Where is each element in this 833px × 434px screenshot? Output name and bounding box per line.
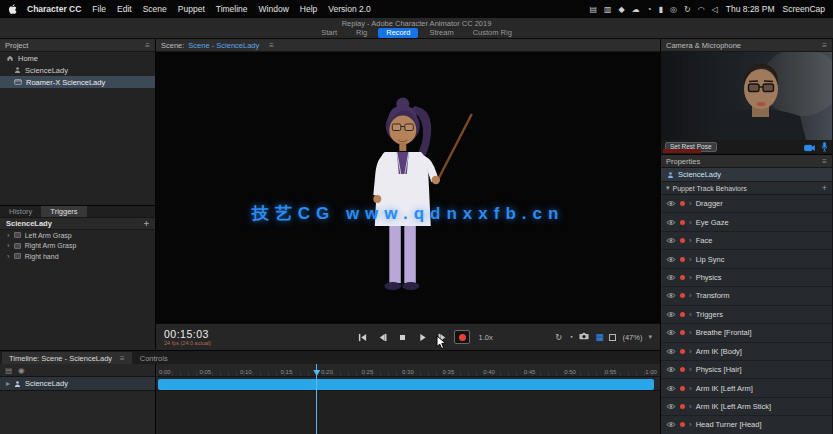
- chevron-right-icon[interactable]: ›: [689, 255, 692, 264]
- menubar-item[interactable]: Version 2.0: [328, 4, 371, 14]
- arm-for-record-icon[interactable]: [680, 220, 685, 225]
- arm-for-record-icon[interactable]: [680, 257, 685, 262]
- stats-icon[interactable]: ◔: [647, 5, 652, 14]
- playback-speed[interactable]: 1.0x: [478, 333, 492, 342]
- dropbox-icon[interactable]: ◆: [619, 5, 625, 14]
- scene-viewport[interactable]: 技艺CG www.qdnxxfb.cn: [156, 52, 660, 323]
- menubar-item[interactable]: File: [92, 4, 106, 14]
- project-item-puppet[interactable]: ScienceLady: [0, 64, 155, 76]
- chevron-right-icon[interactable]: ›: [689, 310, 692, 319]
- audio-tracks-icon[interactable]: ◉: [18, 366, 25, 375]
- behavior-row[interactable]: › Head Turner [Head]: [661, 416, 832, 434]
- chevron-right-icon[interactable]: ›: [689, 365, 692, 374]
- behavior-row[interactable]: › Eye Gaze: [661, 213, 832, 231]
- behavior-row[interactable]: › Dragger: [661, 195, 832, 213]
- eye-icon[interactable]: [666, 219, 676, 226]
- menubar-item[interactable]: Character CC: [27, 4, 81, 14]
- tab-triggers[interactable]: Triggers: [41, 206, 86, 217]
- puppet-track-behaviors-header[interactable]: ▾ Puppet Track Behaviors +: [661, 182, 832, 195]
- chevron-right-icon[interactable]: ›: [689, 328, 692, 337]
- chevron-down-icon[interactable]: ▾: [666, 184, 670, 192]
- snapshot-icon[interactable]: [579, 332, 589, 342]
- arm-for-record-icon[interactable]: [680, 330, 685, 335]
- behavior-row[interactable]: › Physics [Hair]: [661, 361, 832, 379]
- arm-for-record-icon[interactable]: [680, 422, 685, 427]
- timeline-ruler[interactable]: 0:000:050:100:150:200:250:300:350:400:45…: [156, 364, 660, 377]
- chevron-right-icon[interactable]: ›: [689, 402, 692, 411]
- panel-menu-icon[interactable]: ≡: [120, 354, 125, 363]
- eye-icon[interactable]: [666, 366, 676, 373]
- eye-icon[interactable]: [666, 385, 676, 392]
- timeline-tab[interactable]: Timeline: Scene - ScienceLady ≡: [2, 352, 132, 364]
- chevron-right-icon[interactable]: ›: [689, 273, 692, 282]
- take-bar-sciencelady[interactable]: [158, 379, 654, 390]
- menubar-item[interactable]: Puppet: [178, 4, 205, 14]
- chevron-right-icon[interactable]: ›: [689, 384, 692, 393]
- workspace-tab[interactable]: Start: [313, 28, 345, 38]
- panel-menu-icon[interactable]: ≡: [145, 41, 150, 50]
- arm-for-record-icon[interactable]: [680, 238, 685, 243]
- arm-for-record-icon[interactable]: [680, 275, 685, 280]
- previous-frame-button[interactable]: [374, 330, 390, 344]
- eye-icon[interactable]: [666, 200, 676, 207]
- eye-icon[interactable]: [666, 348, 676, 355]
- menubar-item[interactable]: Window: [259, 4, 289, 14]
- timeline-options-icon[interactable]: ▤: [5, 366, 12, 375]
- volume-icon[interactable]: ◁: [712, 5, 718, 14]
- trigger-row[interactable]: › Right Arm Grasp: [0, 241, 155, 252]
- panel-menu-icon[interactable]: ≡: [822, 157, 827, 166]
- chevron-right-icon[interactable]: ›: [7, 241, 10, 250]
- chevron-right-icon[interactable]: ›: [689, 236, 692, 245]
- chevron-right-icon[interactable]: ▸: [6, 379, 10, 388]
- behavior-row[interactable]: › Arm IK [Left Arm Stick]: [661, 398, 832, 416]
- trigger-row[interactable]: › Right hand: [0, 251, 155, 262]
- eye-icon[interactable]: [666, 329, 676, 336]
- behavior-row[interactable]: › Triggers: [661, 306, 832, 324]
- record-button[interactable]: [454, 330, 470, 344]
- eye-icon[interactable]: [666, 292, 676, 299]
- eye-icon[interactable]: [666, 256, 676, 263]
- chevron-right-icon[interactable]: ›: [689, 420, 692, 429]
- live-output-icon[interactable]: ▦: [595, 332, 603, 342]
- chevron-right-icon[interactable]: ›: [7, 252, 10, 261]
- chevron-right-icon[interactable]: ›: [689, 347, 692, 356]
- loop-icon[interactable]: ↻: [555, 332, 562, 342]
- behavior-row[interactable]: › Transform: [661, 287, 832, 305]
- menubar-item[interactable]: Help: [300, 4, 317, 14]
- arm-for-record-icon[interactable]: [680, 312, 685, 317]
- arm-for-record-icon[interactable]: [680, 349, 685, 354]
- workspace-tab[interactable]: Rig: [348, 28, 375, 38]
- project-item-home[interactable]: Home: [0, 52, 155, 64]
- keystrokes-icon[interactable]: ▤: [589, 5, 597, 14]
- behavior-row[interactable]: › Arm IK [Body]: [661, 343, 832, 361]
- timer-icon[interactable]: ◔: [568, 332, 573, 342]
- arm-for-record-icon[interactable]: [680, 386, 685, 391]
- eye-icon[interactable]: [666, 311, 676, 318]
- display-icon[interactable]: ▥: [604, 5, 612, 14]
- behavior-row[interactable]: › Lip Sync: [661, 250, 832, 268]
- behavior-row[interactable]: › Physics: [661, 269, 832, 287]
- chevron-right-icon[interactable]: ›: [7, 231, 10, 240]
- workspace-tab[interactable]: Custom Rig: [465, 28, 520, 38]
- wifi-icon[interactable]: ◠: [698, 5, 705, 14]
- camera-toggle-icon[interactable]: [804, 138, 815, 156]
- workspace-tab[interactable]: Stream: [421, 28, 461, 38]
- menubar-clock[interactable]: Thu 8:28 PM: [726, 4, 775, 14]
- behavior-row[interactable]: › Arm IK [Left Arm]: [661, 379, 832, 397]
- sync-icon[interactable]: ↻: [684, 5, 691, 14]
- trigger-row[interactable]: › Left Arm Grasp: [0, 230, 155, 241]
- eye-icon[interactable]: [666, 403, 676, 410]
- stop-button[interactable]: [394, 330, 410, 344]
- transparency-checkbox[interactable]: [609, 334, 616, 341]
- battery-icon[interactable]: ▮: [659, 5, 663, 14]
- project-item-scene[interactable]: Roamer-X ScienceLady: [0, 76, 155, 88]
- spotlight-icon[interactable]: ◎: [670, 5, 677, 14]
- go-to-start-button[interactable]: [354, 330, 370, 344]
- add-trigger-icon[interactable]: +: [144, 219, 149, 229]
- tab-history[interactable]: History: [0, 206, 41, 217]
- apple-logo-icon[interactable]: [8, 4, 17, 15]
- eye-icon[interactable]: [666, 274, 676, 281]
- arm-for-record-icon[interactable]: [680, 404, 685, 409]
- play-button[interactable]: [414, 330, 430, 344]
- panel-menu-icon[interactable]: ≡: [269, 41, 274, 50]
